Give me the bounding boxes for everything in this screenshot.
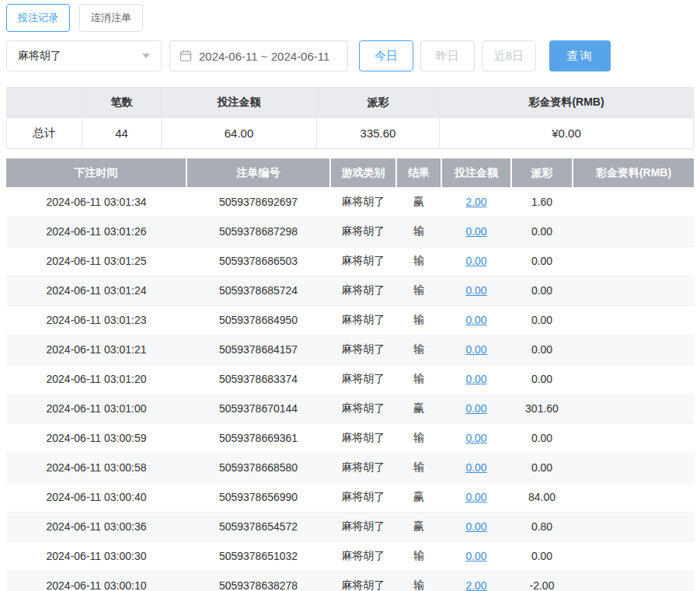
payout-cell: 0.00 [511, 305, 573, 335]
bet-amount-link[interactable]: 0.00 [465, 520, 486, 533]
bet-time-cell: 2024-06-11 03:00:30 [6, 541, 186, 571]
payout-cell: 84.00 [511, 482, 573, 512]
jackpot-cell [573, 305, 694, 335]
jackpot-cell [573, 512, 694, 541]
quick-date-buttons: 今日 昨日 近8日 [359, 40, 536, 71]
summary-total-label: 总计 [7, 118, 82, 149]
bet-id-cell: 5059378651032 [186, 541, 330, 571]
result-cell: 输 [396, 571, 441, 591]
bet-id-cell: 5059378684157 [186, 335, 330, 364]
bet-amount-link[interactable]: 0.00 [465, 373, 486, 385]
game-type-cell: 麻将胡了 [330, 571, 396, 591]
table-row: 2024-06-11 03:00:58 5059378668580 麻将胡了 输… [6, 453, 694, 482]
summary-table: 笔数 投注金额 派彩 彩金资料(RMB) 总计 44 64.00 335.60 … [6, 87, 694, 149]
game-type-cell: 麻将胡了 [330, 512, 396, 541]
bet-time-cell: 2024-06-11 03:01:25 [6, 246, 186, 276]
payout-cell: 301.60 [511, 394, 573, 423]
last-8-days-button[interactable]: 近8日 [482, 40, 536, 71]
jackpot-cell [573, 423, 694, 453]
jackpot-cell [573, 482, 694, 512]
payout-cell: 0.00 [511, 364, 573, 394]
bet-amount-link[interactable]: 0.00 [465, 432, 486, 444]
yesterday-button[interactable]: 昨日 [420, 40, 475, 71]
game-select-value: 麻将胡了 [18, 49, 61, 63]
bet-amount-cell: 0.00 [441, 246, 511, 276]
bet-amount-link[interactable]: 0.00 [465, 461, 486, 474]
bet-time-cell: 2024-06-11 03:01:34 [6, 187, 186, 217]
payout-cell: 0.00 [511, 246, 573, 276]
bet-amount-link[interactable]: 0.00 [465, 491, 486, 503]
bet-time-cell: 2024-06-11 03:01:23 [6, 305, 186, 335]
bet-time-cell: 2024-06-11 03:00:40 [6, 482, 186, 512]
bet-amount-link[interactable]: 0.00 [465, 225, 486, 238]
jackpot-cell [573, 541, 694, 571]
payout-cell: 0.00 [511, 217, 573, 246]
payout-cell: 0.00 [511, 453, 573, 482]
bet-time-cell: 2024-06-11 03:01:26 [6, 217, 186, 246]
bet-amount-link[interactable]: 2.00 [465, 579, 486, 591]
bet-time-cell: 2024-06-11 03:00:58 [6, 453, 186, 482]
bet-amount-cell: 0.00 [441, 423, 511, 453]
bet-id-cell: 5059378686503 [186, 246, 330, 276]
bet-time-cell: 2024-06-11 03:01:20 [6, 364, 186, 394]
summary-header-bet-amount: 投注金额 [162, 88, 317, 118]
table-row: 2024-06-11 03:01:20 5059378683374 麻将胡了 输… [6, 364, 694, 394]
game-type-cell: 麻将胡了 [330, 217, 396, 246]
bet-id-cell: 5059378668580 [186, 453, 330, 482]
summary-header-blank [7, 88, 82, 118]
bet-id-cell: 5059378685724 [186, 276, 330, 305]
bet-id-cell: 5059378638278 [186, 571, 330, 591]
jackpot-cell [573, 187, 694, 217]
bet-amount-link[interactable]: 0.00 [465, 314, 486, 326]
payout-cell: 0.00 [511, 335, 573, 364]
result-cell: 输 [396, 246, 441, 276]
tab-betting-records[interactable]: 投注记录 [6, 4, 70, 32]
bet-amount-cell: 0.00 [441, 394, 511, 423]
table-row: 2024-06-11 03:00:36 5059378654572 麻将胡了 赢… [6, 512, 694, 541]
bet-amount-link[interactable]: 0.00 [465, 343, 486, 356]
game-type-cell: 麻将胡了 [330, 423, 396, 453]
table-row: 2024-06-11 03:00:10 5059378638278 麻将胡了 输… [6, 571, 694, 591]
today-button[interactable]: 今日 [359, 40, 413, 71]
bet-amount-link[interactable]: 0.00 [465, 255, 486, 267]
jackpot-cell [573, 571, 694, 591]
summary-header-count: 笔数 [82, 88, 162, 118]
bet-amount-link[interactable]: 0.00 [465, 402, 486, 415]
bet-id-cell: 5059378683374 [186, 364, 330, 394]
game-type-cell: 麻将胡了 [330, 394, 396, 423]
game-type-cell: 麻将胡了 [330, 305, 396, 335]
header-bet-amount: 投注金额 [441, 158, 511, 187]
bet-amount-cell: 0.00 [441, 217, 511, 246]
jackpot-cell [573, 246, 694, 276]
payout-cell: 0.80 [511, 512, 573, 541]
bet-amount-cell: 0.00 [441, 453, 511, 482]
calendar-icon [179, 50, 192, 62]
header-jackpot: 彩金资料(RMB) [573, 158, 694, 187]
bet-id-cell: 5059378684950 [186, 305, 330, 335]
search-button[interactable]: 查询 [549, 40, 611, 71]
payout-cell: 0.00 [511, 541, 573, 571]
chevron-down-icon [142, 54, 150, 58]
bet-id-cell: 5059378669361 [186, 423, 330, 453]
game-type-cell: 麻将胡了 [330, 364, 396, 394]
bet-amount-link[interactable]: 0.00 [465, 284, 486, 297]
table-row: 2024-06-11 03:00:30 5059378651032 麻将胡了 输… [6, 541, 694, 571]
summary-total-bet-amount: 64.00 [162, 118, 317, 149]
table-row: 2024-06-11 03:01:00 5059378670144 麻将胡了 赢… [6, 394, 694, 423]
table-row: 2024-06-11 03:00:40 5059378656990 麻将胡了 赢… [6, 482, 694, 512]
tab-cancelled-orders[interactable]: 连消注单 [79, 4, 143, 32]
bet-amount-link[interactable]: 2.00 [465, 196, 486, 208]
bet-amount-link[interactable]: 0.00 [465, 550, 486, 562]
bet-amount-cell: 0.00 [441, 364, 511, 394]
bet-time-cell: 2024-06-11 03:01:24 [6, 276, 186, 305]
game-select[interactable]: 麻将胡了 [6, 40, 162, 71]
result-cell: 输 [396, 305, 441, 335]
table-row: 2024-06-11 03:01:34 5059378692697 麻将胡了 赢… [6, 187, 694, 217]
bet-amount-cell: 0.00 [441, 512, 511, 541]
date-range-input[interactable]: 2024-06-11 ~ 2024-06-11 [169, 40, 348, 71]
summary-total-row: 总计 44 64.00 335.60 ¥0.00 [7, 118, 694, 149]
jackpot-cell [573, 217, 694, 246]
header-bet-id: 注单编号 [186, 158, 330, 187]
bet-time-cell: 2024-06-11 03:00:36 [6, 512, 186, 541]
payout-cell: 1.60 [511, 187, 573, 217]
